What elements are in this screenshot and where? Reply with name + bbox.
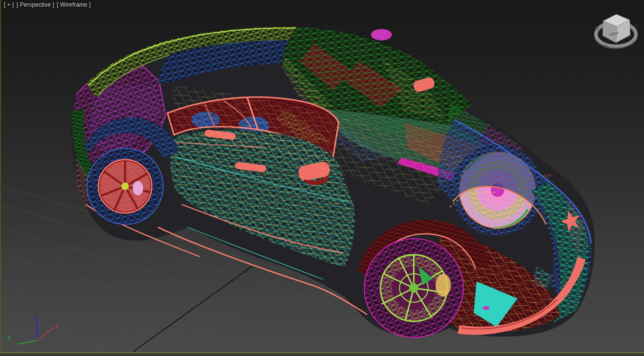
viewport-maximize-menu[interactable]: [ + ] — [4, 1, 14, 8]
scene-canvas[interactable]: z x y — [0, 0, 644, 356]
viewport-shading-menu[interactable]: [ Wireframe ] — [57, 1, 90, 8]
axis-x-label: x — [55, 323, 59, 329]
viewport-pov-menu[interactable]: [ Perspective ] — [17, 1, 54, 8]
car-rear-wheel[interactable] — [87, 148, 163, 224]
grid-axis-line — [121, 266, 252, 356]
viewport-border-bottom — [0, 352, 644, 353]
car-wireframe-model[interactable] — [71, 27, 595, 337]
car-antenna-blob — [371, 29, 392, 40]
viewcube-compass-e[interactable]: E — [634, 22, 639, 28]
perspective-viewport[interactable]: z x y LEFT N W S E [ + ] [ Perspective ]… — [0, 0, 644, 356]
viewcube[interactable]: LEFT N W S E — [590, 9, 642, 56]
timeline-strip — [0, 353, 644, 356]
car-front-wheel[interactable] — [364, 239, 463, 337]
axis-y-label: y — [8, 334, 11, 341]
world-axis-gizmo: z x y — [8, 315, 59, 344]
viewcube-cube[interactable] — [603, 14, 630, 43]
viewport-border-left — [0, 0, 1, 356]
axis-z-label: z — [35, 315, 38, 322]
viewport-label: [ + ] [ Perspective ] [ Wireframe ] — [4, 1, 92, 8]
